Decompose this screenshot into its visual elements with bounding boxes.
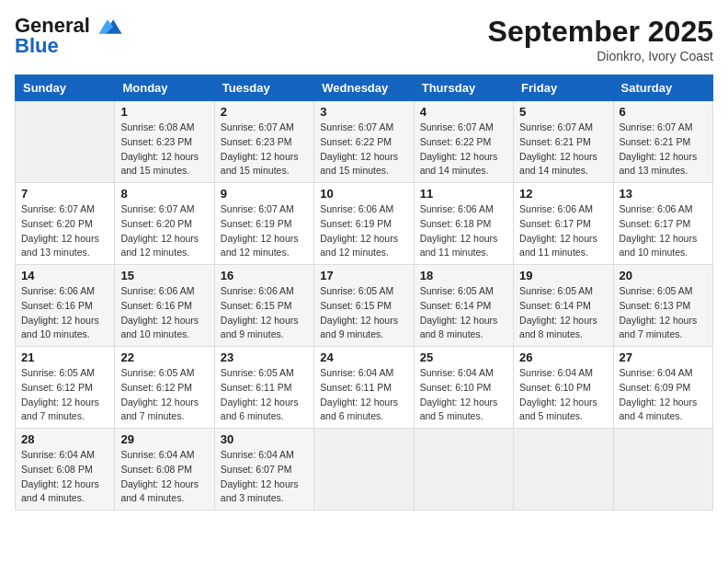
day-cell <box>414 429 513 511</box>
header-cell-thursday: Thursday <box>414 75 513 101</box>
day-number: 18 <box>420 269 507 282</box>
day-number: 27 <box>620 350 707 364</box>
day-number: 17 <box>320 269 407 282</box>
header-cell-tuesday: Tuesday <box>214 75 313 101</box>
logo-blue: Blue <box>15 34 59 57</box>
week-row-2: 7Sunrise: 6:07 AMSunset: 6:20 PMDaylight… <box>16 183 713 265</box>
day-number: 28 <box>21 432 108 446</box>
day-cell: 26Sunrise: 6:04 AMSunset: 6:10 PMDayligh… <box>514 347 613 429</box>
day-cell: 19Sunrise: 6:05 AMSunset: 6:14 PMDayligh… <box>514 265 613 347</box>
day-info: Sunrise: 6:05 AMSunset: 6:14 PMDaylight:… <box>420 284 507 342</box>
header-cell-monday: Monday <box>115 75 214 101</box>
day-cell: 6Sunrise: 6:07 AMSunset: 6:21 PMDaylight… <box>613 101 712 183</box>
day-cell: 18Sunrise: 6:05 AMSunset: 6:14 PMDayligh… <box>414 265 513 347</box>
header-cell-wednesday: Wednesday <box>314 75 414 101</box>
day-cell: 2Sunrise: 6:07 AMSunset: 6:23 PMDaylight… <box>214 101 313 183</box>
day-info: Sunrise: 6:04 AMSunset: 6:10 PMDaylight:… <box>420 366 507 424</box>
logo: General Blue <box>15 15 123 57</box>
day-cell: 30Sunrise: 6:04 AMSunset: 6:07 PMDayligh… <box>214 429 313 511</box>
day-info: Sunrise: 6:06 AMSunset: 6:19 PMDaylight:… <box>320 202 407 260</box>
day-number: 10 <box>320 187 407 201</box>
day-info: Sunrise: 6:08 AMSunset: 6:23 PMDaylight:… <box>120 121 208 178</box>
day-number: 11 <box>420 187 507 201</box>
day-cell: 5Sunrise: 6:07 AMSunset: 6:21 PMDaylight… <box>514 101 613 183</box>
day-cell: 17Sunrise: 6:05 AMSunset: 6:15 PMDayligh… <box>314 265 414 347</box>
day-cell: 1Sunrise: 6:08 AMSunset: 6:23 PMDaylight… <box>115 101 214 183</box>
day-info: Sunrise: 6:06 AMSunset: 6:16 PMDaylight:… <box>120 284 208 342</box>
header-cell-friday: Friday <box>514 75 613 101</box>
day-number: 23 <box>221 350 308 364</box>
week-row-1: 1Sunrise: 6:08 AMSunset: 6:23 PMDaylight… <box>16 101 713 183</box>
day-cell <box>613 429 712 511</box>
day-info: Sunrise: 6:04 AMSunset: 6:07 PMDaylight:… <box>221 448 308 506</box>
day-info: Sunrise: 6:05 AMSunset: 6:12 PMDaylight:… <box>120 366 208 424</box>
day-number: 25 <box>420 350 507 364</box>
day-cell: 27Sunrise: 6:04 AMSunset: 6:09 PMDayligh… <box>613 347 712 429</box>
day-number: 22 <box>120 350 208 364</box>
day-cell: 21Sunrise: 6:05 AMSunset: 6:12 PMDayligh… <box>16 347 115 429</box>
day-number: 8 <box>120 187 208 201</box>
calendar-body: 1Sunrise: 6:08 AMSunset: 6:23 PMDaylight… <box>16 101 713 511</box>
header-cell-sunday: Sunday <box>16 75 115 101</box>
day-number: 20 <box>620 269 707 282</box>
day-info: Sunrise: 6:06 AMSunset: 6:16 PMDaylight:… <box>21 284 108 342</box>
day-number: 26 <box>519 350 607 364</box>
day-info: Sunrise: 6:05 AMSunset: 6:13 PMDaylight:… <box>620 284 707 342</box>
week-row-4: 21Sunrise: 6:05 AMSunset: 6:12 PMDayligh… <box>16 347 713 429</box>
day-number: 6 <box>620 105 707 119</box>
day-info: Sunrise: 6:07 AMSunset: 6:21 PMDaylight:… <box>519 121 607 178</box>
day-info: Sunrise: 6:06 AMSunset: 6:17 PMDaylight:… <box>620 202 707 260</box>
day-info: Sunrise: 6:04 AMSunset: 6:10 PMDaylight:… <box>519 366 607 424</box>
week-row-5: 28Sunrise: 6:04 AMSunset: 6:08 PMDayligh… <box>16 429 713 511</box>
day-cell: 12Sunrise: 6:06 AMSunset: 6:17 PMDayligh… <box>514 183 613 265</box>
day-number: 16 <box>221 269 308 282</box>
day-info: Sunrise: 6:07 AMSunset: 6:22 PMDaylight:… <box>420 121 507 178</box>
day-cell: 14Sunrise: 6:06 AMSunset: 6:16 PMDayligh… <box>16 265 115 347</box>
day-cell: 10Sunrise: 6:06 AMSunset: 6:19 PMDayligh… <box>314 183 414 265</box>
day-cell: 22Sunrise: 6:05 AMSunset: 6:12 PMDayligh… <box>115 347 214 429</box>
day-number: 2 <box>221 105 308 119</box>
day-info: Sunrise: 6:07 AMSunset: 6:23 PMDaylight:… <box>221 121 308 178</box>
day-info: Sunrise: 6:07 AMSunset: 6:21 PMDaylight:… <box>620 121 707 178</box>
day-cell: 28Sunrise: 6:04 AMSunset: 6:08 PMDayligh… <box>16 429 115 511</box>
day-cell: 20Sunrise: 6:05 AMSunset: 6:13 PMDayligh… <box>613 265 712 347</box>
location: Dionkro, Ivory Coast <box>488 49 713 63</box>
day-cell: 16Sunrise: 6:06 AMSunset: 6:15 PMDayligh… <box>214 265 313 347</box>
day-cell <box>16 101 115 183</box>
day-number: 29 <box>120 432 208 446</box>
day-number: 7 <box>21 187 108 201</box>
day-cell <box>314 429 414 511</box>
header-row: SundayMondayTuesdayWednesdayThursdayFrid… <box>16 75 713 101</box>
day-number: 15 <box>120 269 208 282</box>
day-info: Sunrise: 6:05 AMSunset: 6:14 PMDaylight:… <box>519 284 607 342</box>
day-info: Sunrise: 6:07 AMSunset: 6:19 PMDaylight:… <box>221 202 308 260</box>
day-number: 14 <box>21 269 108 282</box>
day-info: Sunrise: 6:05 AMSunset: 6:12 PMDaylight:… <box>21 366 108 424</box>
day-number: 21 <box>21 350 108 364</box>
day-cell: 25Sunrise: 6:04 AMSunset: 6:10 PMDayligh… <box>414 347 513 429</box>
day-info: Sunrise: 6:04 AMSunset: 6:08 PMDaylight:… <box>21 448 108 506</box>
day-info: Sunrise: 6:07 AMSunset: 6:20 PMDaylight:… <box>120 202 208 260</box>
day-number: 24 <box>320 350 407 364</box>
day-number: 13 <box>620 187 707 201</box>
day-info: Sunrise: 6:05 AMSunset: 6:15 PMDaylight:… <box>320 284 407 342</box>
day-info: Sunrise: 6:06 AMSunset: 6:18 PMDaylight:… <box>420 202 507 260</box>
day-info: Sunrise: 6:07 AMSunset: 6:20 PMDaylight:… <box>21 202 108 260</box>
day-cell: 24Sunrise: 6:04 AMSunset: 6:11 PMDayligh… <box>314 347 414 429</box>
day-info: Sunrise: 6:04 AMSunset: 6:08 PMDaylight:… <box>120 448 208 506</box>
day-info: Sunrise: 6:07 AMSunset: 6:22 PMDaylight:… <box>320 121 407 178</box>
day-cell: 3Sunrise: 6:07 AMSunset: 6:22 PMDaylight… <box>314 101 414 183</box>
day-number: 12 <box>519 187 607 201</box>
day-cell: 15Sunrise: 6:06 AMSunset: 6:16 PMDayligh… <box>115 265 214 347</box>
day-cell: 23Sunrise: 6:05 AMSunset: 6:11 PMDayligh… <box>214 347 313 429</box>
day-number: 5 <box>519 105 607 119</box>
day-number: 4 <box>420 105 507 119</box>
calendar-header: SundayMondayTuesdayWednesdayThursdayFrid… <box>16 75 713 101</box>
calendar-table: SundayMondayTuesdayWednesdayThursdayFrid… <box>15 75 713 511</box>
day-cell: 7Sunrise: 6:07 AMSunset: 6:20 PMDaylight… <box>16 183 115 265</box>
day-number: 3 <box>320 105 407 119</box>
day-number: 19 <box>519 269 607 282</box>
day-info: Sunrise: 6:05 AMSunset: 6:11 PMDaylight:… <box>221 366 308 424</box>
page-header: General Blue September 2025 Dionkro, Ivo… <box>15 15 713 63</box>
day-cell: 29Sunrise: 6:04 AMSunset: 6:08 PMDayligh… <box>115 429 214 511</box>
